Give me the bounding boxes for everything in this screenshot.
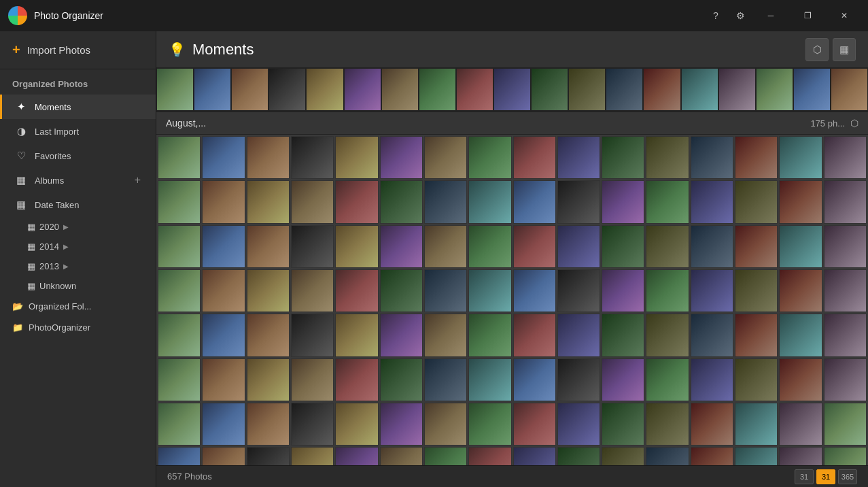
photo-cell-104[interactable] bbox=[513, 403, 556, 446]
import-photos-button[interactable]: + Import Photos bbox=[0, 31, 156, 69]
photo-cell-113[interactable] bbox=[202, 447, 245, 465]
photo-cell-65[interactable] bbox=[202, 314, 245, 356]
strip-thumb-11[interactable] bbox=[568, 68, 606, 111]
photo-cell-85[interactable] bbox=[380, 358, 423, 401]
photo-cell-83[interactable] bbox=[291, 358, 334, 401]
photo-cell-102[interactable] bbox=[424, 403, 467, 446]
strip-thumb-5[interactable] bbox=[344, 68, 381, 111]
year-view-button[interactable]: 365 bbox=[838, 469, 857, 484]
photo-cell-58[interactable] bbox=[602, 269, 644, 312]
strip-thumb-9[interactable] bbox=[493, 68, 531, 111]
strip-thumb-12[interactable] bbox=[606, 68, 643, 111]
photo-cell-17[interactable] bbox=[202, 180, 245, 223]
view-toggle-button[interactable]: ▦ bbox=[833, 38, 856, 61]
year-unknown[interactable]: ▦ Unknown bbox=[27, 276, 156, 296]
photo-cell-76[interactable] bbox=[691, 314, 733, 356]
photo-cell-86[interactable] bbox=[424, 358, 467, 401]
photo-cell-43[interactable] bbox=[646, 225, 689, 268]
photo-cell-53[interactable] bbox=[380, 269, 423, 312]
photo-cell-49[interactable] bbox=[202, 269, 245, 312]
minimize-button[interactable]: ─ bbox=[755, 5, 786, 26]
strip-thumb-16[interactable] bbox=[756, 68, 793, 111]
photo-cell-68[interactable] bbox=[335, 314, 378, 356]
photo-cell-109[interactable] bbox=[735, 403, 778, 446]
sidebar-item-photo-organizer[interactable]: 📁 PhotoOrganizer bbox=[0, 317, 156, 338]
photo-cell-45[interactable] bbox=[735, 225, 778, 268]
external-link-icon[interactable]: ⬡ bbox=[850, 118, 858, 129]
strip-thumb-14[interactable] bbox=[681, 68, 718, 111]
photo-cell-10[interactable] bbox=[602, 136, 644, 179]
month-view-button[interactable]: 31 bbox=[816, 469, 835, 484]
photo-cell-2[interactable] bbox=[247, 136, 290, 179]
photo-area[interactable]: August,... 175 ph... ⬡ bbox=[156, 68, 868, 465]
photo-cell-7[interactable] bbox=[468, 136, 511, 179]
photo-cell-41[interactable] bbox=[557, 225, 600, 268]
photo-cell-93[interactable] bbox=[735, 358, 778, 401]
photo-cell-25[interactable] bbox=[557, 180, 600, 223]
sidebar-item-organized-folders[interactable]: 📂 Organized Fol... bbox=[0, 296, 156, 317]
photo-cell-51[interactable] bbox=[291, 269, 334, 312]
photo-cell-31[interactable] bbox=[824, 180, 867, 223]
photo-cell-39[interactable] bbox=[468, 225, 511, 268]
sidebar-item-albums[interactable]: ▦ Albums + bbox=[0, 168, 156, 192]
photo-cell-46[interactable] bbox=[779, 225, 822, 268]
photo-cell-61[interactable] bbox=[735, 269, 778, 312]
photo-cell-71[interactable] bbox=[468, 314, 511, 356]
photo-cell-3[interactable] bbox=[291, 136, 334, 179]
photo-cell-121[interactable] bbox=[557, 447, 600, 465]
strip-thumb-7[interactable] bbox=[419, 68, 456, 111]
photo-cell-35[interactable] bbox=[291, 225, 334, 268]
photo-cell-32[interactable] bbox=[158, 225, 201, 268]
photo-cell-18[interactable] bbox=[247, 180, 290, 223]
photo-cell-1[interactable] bbox=[202, 136, 245, 179]
strip-thumb-17[interactable] bbox=[793, 68, 831, 111]
photo-cell-9[interactable] bbox=[557, 136, 600, 179]
photo-cell-106[interactable] bbox=[602, 403, 644, 446]
photo-cell-87[interactable] bbox=[468, 358, 511, 401]
photo-cell-88[interactable] bbox=[513, 358, 556, 401]
strip-thumb-3[interactable] bbox=[268, 68, 306, 111]
photo-cell-97[interactable] bbox=[202, 403, 245, 446]
photo-cell-37[interactable] bbox=[380, 225, 423, 268]
settings-button[interactable]: ⚙ bbox=[731, 6, 750, 25]
photo-cell-63[interactable] bbox=[824, 269, 867, 312]
photo-cell-15[interactable] bbox=[824, 136, 867, 179]
photo-cell-64[interactable] bbox=[158, 314, 201, 356]
photo-cell-55[interactable] bbox=[468, 269, 511, 312]
photo-cell-124[interactable] bbox=[691, 447, 733, 465]
photo-cell-122[interactable] bbox=[602, 447, 644, 465]
photo-cell-24[interactable] bbox=[513, 180, 556, 223]
year-2020[interactable]: ▦ 2020 ▶ bbox=[27, 217, 156, 237]
photo-cell-95[interactable] bbox=[824, 358, 867, 401]
photo-cell-103[interactable] bbox=[468, 403, 511, 446]
photo-cell-82[interactable] bbox=[247, 358, 290, 401]
photo-cell-52[interactable] bbox=[335, 269, 378, 312]
photo-cell-22[interactable] bbox=[424, 180, 467, 223]
strip-thumb-1[interactable] bbox=[194, 68, 231, 111]
photo-cell-20[interactable] bbox=[335, 180, 378, 223]
photo-cell-123[interactable] bbox=[646, 447, 689, 465]
photo-cell-19[interactable] bbox=[291, 180, 334, 223]
photo-cell-96[interactable] bbox=[158, 403, 201, 446]
sidebar-item-favorites[interactable]: ♡ Favorites bbox=[0, 144, 156, 168]
strip-thumb-15[interactable] bbox=[718, 68, 756, 111]
photo-cell-94[interactable] bbox=[779, 358, 822, 401]
photo-cell-110[interactable] bbox=[779, 403, 822, 446]
photo-cell-101[interactable] bbox=[380, 403, 423, 446]
photo-cell-33[interactable] bbox=[202, 225, 245, 268]
photo-cell-48[interactable] bbox=[158, 269, 201, 312]
photo-cell-57[interactable] bbox=[557, 269, 600, 312]
photo-cell-111[interactable] bbox=[824, 403, 867, 446]
photo-cell-118[interactable] bbox=[424, 447, 467, 465]
photo-cell-90[interactable] bbox=[602, 358, 644, 401]
photo-cell-59[interactable] bbox=[646, 269, 689, 312]
photo-cell-36[interactable] bbox=[335, 225, 378, 268]
photo-cell-23[interactable] bbox=[468, 180, 511, 223]
photo-cell-74[interactable] bbox=[602, 314, 644, 356]
photo-cell-99[interactable] bbox=[291, 403, 334, 446]
add-album-button[interactable]: + bbox=[132, 174, 143, 186]
photo-cell-89[interactable] bbox=[557, 358, 600, 401]
photo-cell-62[interactable] bbox=[779, 269, 822, 312]
photo-cell-115[interactable] bbox=[291, 447, 334, 465]
photo-cell-120[interactable] bbox=[513, 447, 556, 465]
